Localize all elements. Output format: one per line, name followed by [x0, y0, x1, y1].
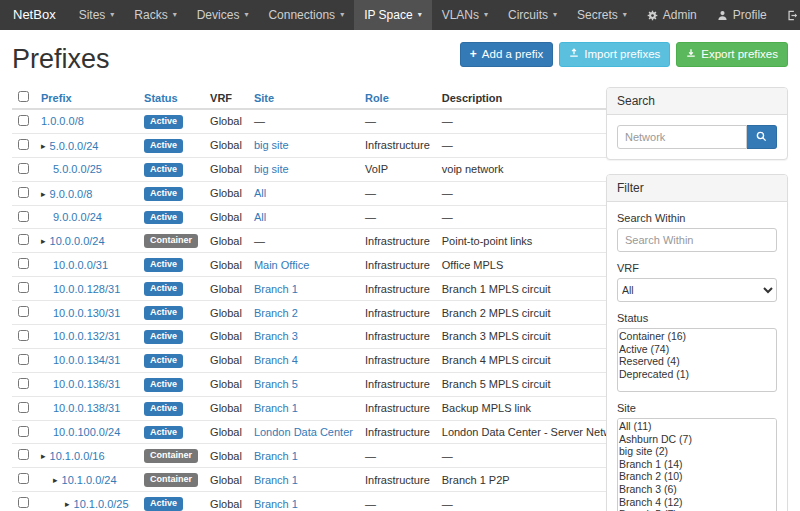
site-link[interactable]: Branch 1 — [254, 402, 298, 414]
site-link[interactable]: All — [254, 187, 266, 199]
site-link[interactable]: Branch 2 — [254, 307, 298, 319]
prefix-link[interactable]: 10.0.0.0/31 — [53, 259, 108, 271]
row-checkbox[interactable] — [18, 449, 29, 460]
status-badge: Active — [144, 378, 183, 392]
prefix-link[interactable]: 10.1.0.0/25 — [74, 498, 129, 510]
chevron-down-icon: ▾ — [418, 0, 422, 30]
chevron-down-icon: ▾ — [244, 0, 248, 30]
site-link[interactable]: Branch 3 — [254, 330, 298, 342]
search-input[interactable] — [617, 125, 747, 149]
site-link[interactable]: Branch 4 — [254, 354, 298, 366]
admin-link[interactable]: Admin — [637, 0, 707, 30]
logout-link[interactable]: Log out — [777, 0, 800, 30]
row-checkbox[interactable] — [18, 258, 29, 269]
prefix-link[interactable]: 10.1.0.0/24 — [62, 474, 117, 486]
site-filter-label: Site — [617, 402, 777, 414]
description-cell: voip network — [436, 157, 633, 181]
row-checkbox[interactable] — [18, 139, 29, 150]
prefix-link[interactable]: 5.0.0.0/25 — [53, 163, 102, 175]
nav-menu-item[interactable]: Devices ▾ — [187, 0, 259, 30]
plus-icon: + — [470, 48, 477, 60]
description-cell: — — [436, 444, 633, 468]
site-link[interactable]: Main Office — [254, 259, 309, 271]
row-checkbox[interactable] — [18, 473, 29, 484]
app-logo[interactable]: NetBox — [0, 0, 69, 30]
prefix-link[interactable]: 10.1.0.0/16 — [50, 450, 105, 462]
import-prefixes-button[interactable]: Import prefixes — [559, 42, 670, 67]
site-link[interactable]: big site — [254, 163, 289, 175]
prefix-link[interactable]: 10.0.0.0/24 — [50, 235, 105, 247]
vrf-cell: Global — [204, 277, 248, 301]
site-link[interactable]: All — [254, 211, 266, 223]
prefix-link[interactable]: 9.0.0.0/8 — [50, 188, 93, 200]
prefix-link[interactable]: 5.0.0.0/24 — [50, 140, 99, 152]
site-select[interactable]: All (11)Ashburn DC (7)big site (2)Branch… — [617, 418, 777, 511]
profile-link[interactable]: Profile — [707, 0, 777, 30]
table-row: 9.0.0.0/24 Active Global All — — — [12, 205, 632, 229]
description-cell: Branch 5 MPLS circuit — [436, 372, 633, 396]
col-header-prefix[interactable]: Prefix — [41, 92, 72, 104]
row-checkbox[interactable] — [18, 211, 29, 222]
site-link[interactable]: — — [254, 235, 265, 247]
row-checkbox[interactable] — [18, 378, 29, 389]
row-checkbox[interactable] — [18, 402, 29, 413]
prefix-link[interactable]: 10.0.0.138/31 — [53, 402, 120, 414]
site-link[interactable]: big site — [254, 139, 289, 151]
row-checkbox[interactable] — [18, 282, 29, 293]
row-checkbox[interactable] — [18, 354, 29, 365]
status-badge: Active — [144, 115, 183, 129]
search-panel: Search — [606, 87, 788, 160]
prefix-link[interactable]: 10.0.0.134/31 — [53, 354, 120, 366]
row-checkbox[interactable] — [18, 163, 29, 174]
site-link[interactable]: Branch 1 — [254, 474, 298, 486]
prefix-link[interactable]: 10.0.100.0/24 — [53, 426, 120, 438]
nav-menu-item[interactable]: Secrets ▾ — [567, 0, 637, 30]
row-checkbox[interactable] — [18, 306, 29, 317]
nav-menu-item[interactable]: Sites ▾ — [69, 0, 125, 30]
role-cell: Infrastructure — [359, 468, 436, 492]
status-badge: Active — [144, 163, 183, 177]
prefix-link[interactable]: 10.0.0.130/31 — [53, 307, 120, 319]
add-prefix-label: Add a prefix — [482, 47, 543, 62]
row-checkbox[interactable] — [18, 187, 29, 198]
table-row: 10.0.100.0/24 Active Global London Data … — [12, 420, 632, 444]
row-checkbox[interactable] — [18, 234, 29, 245]
prefix-link[interactable]: 10.0.0.136/31 — [53, 378, 120, 390]
prefix-link[interactable]: 10.0.0.132/31 — [53, 330, 120, 342]
row-checkbox[interactable] — [18, 330, 29, 341]
nav-menu-item[interactable]: VLANs ▾ — [432, 0, 498, 30]
row-checkbox[interactable] — [18, 115, 29, 126]
vrf-filter-label: VRF — [617, 262, 777, 274]
prefixes-table: Prefix Status VRF Site Role Description — [12, 87, 632, 511]
search-within-input[interactable] — [617, 228, 777, 252]
add-prefix-button[interactable]: + Add a prefix — [460, 42, 553, 67]
row-checkbox[interactable] — [18, 426, 29, 437]
nav-menu-item[interactable]: Connections ▾ — [258, 0, 354, 30]
col-header-role[interactable]: Role — [365, 92, 389, 104]
select-all-checkbox[interactable] — [18, 91, 29, 102]
vrf-select[interactable]: All — [617, 278, 777, 302]
site-link[interactable]: London Data Center — [254, 426, 353, 438]
profile-label: Profile — [733, 0, 767, 30]
nav-menu-item[interactable]: Circuits ▾ — [498, 0, 567, 30]
vrf-cell: Global — [204, 301, 248, 325]
nav-menu-item[interactable]: Racks ▾ — [124, 0, 186, 30]
site-link[interactable]: Branch 5 — [254, 378, 298, 390]
site-link[interactable]: Branch 1 — [254, 283, 298, 295]
site-link[interactable]: — — [254, 115, 265, 127]
status-filter-label: Status — [617, 312, 777, 324]
table-row: 10.0.0.134/31 Active Global Branch 4 Inf… — [12, 348, 632, 372]
nav-menu-item[interactable]: IP Space ▾ — [354, 0, 432, 30]
col-header-site[interactable]: Site — [254, 92, 274, 104]
prefix-link[interactable]: 9.0.0.0/24 — [53, 211, 102, 223]
export-prefixes-button[interactable]: Export prefixes — [676, 42, 788, 67]
prefix-link[interactable]: 1.0.0.0/8 — [41, 115, 84, 127]
col-header-status[interactable]: Status — [144, 92, 178, 104]
site-link[interactable]: Branch 1 — [254, 498, 298, 510]
search-button[interactable] — [747, 125, 777, 149]
site-link[interactable]: Branch 1 — [254, 450, 298, 462]
status-select[interactable]: Container (16)Active (74)Reserved (4)Dep… — [617, 328, 777, 392]
prefix-link[interactable]: 10.0.0.128/31 — [53, 283, 120, 295]
vrf-cell: Global — [204, 348, 248, 372]
row-checkbox[interactable] — [18, 497, 29, 508]
